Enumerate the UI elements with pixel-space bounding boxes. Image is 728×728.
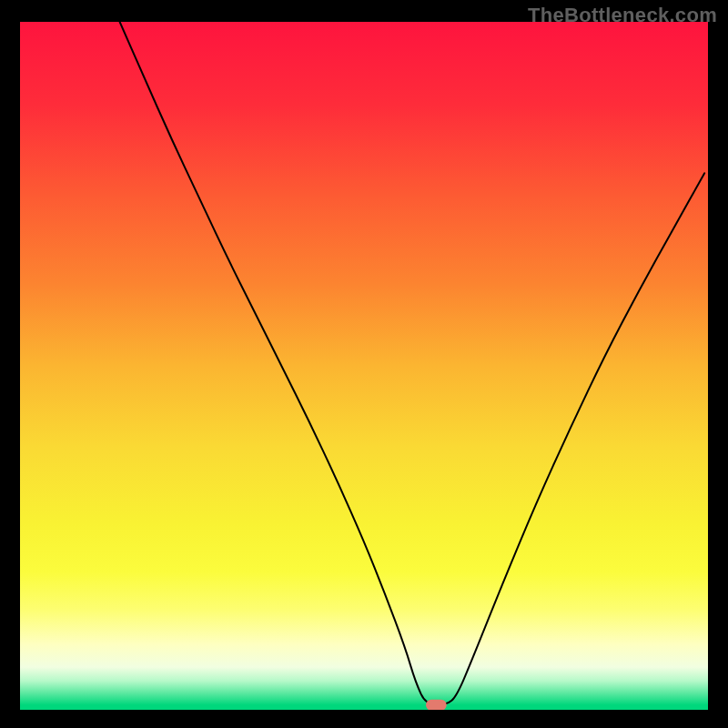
chart-svg [20,22,708,710]
gradient-background [20,22,708,710]
bottleneck-marker [426,700,447,710]
plot-area [20,22,708,710]
watermark-text: TheBottleneck.com [528,4,717,27]
chart-frame: TheBottleneck.com [0,0,728,728]
